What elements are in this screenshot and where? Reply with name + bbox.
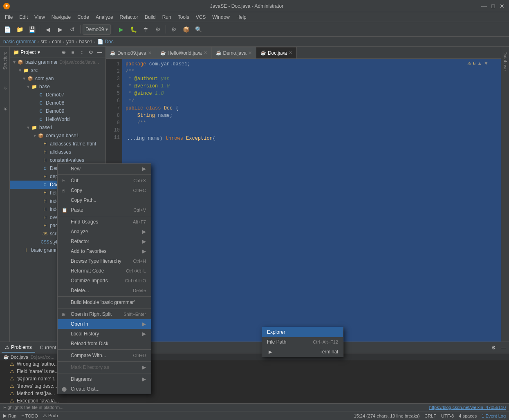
ctx-diagrams[interactable]: Diagrams ▶ xyxy=(58,374,151,384)
close-helloworld[interactable]: ✕ xyxy=(204,50,207,56)
forward-btn[interactable]: ▶ xyxy=(54,24,66,35)
tab-demo[interactable]: ☕ Demo.java ✕ xyxy=(212,47,256,58)
code-area[interactable]: package com.yan.base1; /** * @authout ya… xyxy=(122,59,501,342)
debug-btn[interactable]: 🐛 xyxy=(128,24,139,35)
tab-doc[interactable]: ☕ Doc.java ✕ xyxy=(256,47,297,58)
tab-demo09[interactable]: ☕ Demo09.java ✕ xyxy=(106,47,156,58)
search-everywhere-btn[interactable]: 🔍 xyxy=(193,24,204,35)
open-btn[interactable]: 📁 xyxy=(14,24,25,35)
close-doc[interactable]: ✕ xyxy=(289,50,292,56)
structure-vtab[interactable]: Structure xyxy=(2,48,8,73)
tree-allclasses[interactable]: H allclasses xyxy=(10,148,105,156)
menu-build[interactable]: Build xyxy=(141,13,159,21)
project-tab[interactable]: 📁 Project ▾ xyxy=(10,48,43,57)
scroll-down[interactable]: ▼ xyxy=(484,60,489,66)
tree-src[interactable]: ▾ 📁 src xyxy=(10,66,105,74)
breadcrumb-yan[interactable]: yan xyxy=(66,39,74,45)
scroll-up[interactable]: ▲ xyxy=(477,60,482,66)
locate-btn[interactable]: ⊕ xyxy=(60,48,68,56)
menu-analyze[interactable]: Analyze xyxy=(92,13,117,21)
tree-comyan[interactable]: ▾ 📦 com.yan xyxy=(10,74,105,83)
ctx-creategist[interactable]: ⬤ Create Gist... xyxy=(58,384,151,394)
sub-filepath[interactable]: File Path Ctrl+Alt+F12 xyxy=(262,337,343,347)
ctx-markdir[interactable]: Mark Directory as ▶ xyxy=(58,362,151,372)
ctx-copy[interactable]: ⎘ Copy Ctrl+C xyxy=(58,185,151,195)
ctx-reformat[interactable]: Reformat Code Ctrl+Alt+L xyxy=(58,266,151,276)
project-dropdown[interactable]: Demo09 ▾ xyxy=(83,24,111,35)
editor-content[interactable]: ⚠ 6 ▲ ▼ 12345 678910 11 package com.yan.… xyxy=(106,59,501,342)
ctx-reload[interactable]: Reload from Disk xyxy=(58,339,151,349)
menu-refactor[interactable]: Refactor xyxy=(117,13,141,21)
menu-edit[interactable]: Edit xyxy=(16,13,31,21)
ctx-imports[interactable]: Optimize Imports Ctrl+Alt+O xyxy=(58,276,151,286)
close-demo[interactable]: ✕ xyxy=(248,50,252,56)
problem-6[interactable]: ⚠ Exception 'java.la... xyxy=(0,397,509,403)
sub-explorer[interactable]: Explorer xyxy=(262,327,343,337)
tree-comyanbase1[interactable]: ▾ 📦 com.yan.base1 xyxy=(10,132,105,140)
ctx-cut[interactable]: ✂ Cut Ctrl+X xyxy=(58,176,151,185)
tree-constant[interactable]: H constant-values xyxy=(10,156,105,164)
ctx-localhistory[interactable]: Local History ▶ xyxy=(58,329,151,339)
menu-tools[interactable]: Tools xyxy=(175,13,193,21)
ctx-build[interactable]: Build Module 'basic grammar' xyxy=(58,297,151,307)
bookmarks-vtab[interactable]: ☆ xyxy=(1,82,8,94)
tree-root[interactable]: ▾ 📦 basic grammar D:/java/code/Java... xyxy=(10,58,105,66)
tree-allclasses-frame[interactable]: H allclasses-frame.html xyxy=(10,140,105,148)
ctx-copypath[interactable]: Copy Path... xyxy=(58,195,151,205)
breadcrumb-src[interactable]: src xyxy=(40,39,47,45)
tab-problems[interactable]: ⚠ Problems xyxy=(2,343,35,353)
event-log[interactable]: 1 Event Log xyxy=(482,413,506,418)
coverage-btn[interactable]: ☂ xyxy=(140,24,151,35)
maximize-button[interactable]: □ xyxy=(489,2,497,10)
ctx-delete[interactable]: Delete... Delete xyxy=(58,286,151,295)
database-vtab[interactable]: Database xyxy=(502,48,509,74)
ctx-paste[interactable]: 📋 Paste Ctrl+V xyxy=(58,205,151,215)
close-button[interactable]: ✕ xyxy=(498,2,506,10)
tree-demo09[interactable]: C Demo09 xyxy=(10,107,105,115)
ctx-favorites[interactable]: Add to Favorites ▶ xyxy=(58,246,151,256)
tree-demo08[interactable]: C Demo08 xyxy=(10,99,105,107)
blog-link[interactable]: https://blog.csdn.net/weixin_47056110 xyxy=(429,405,506,410)
sub-terminal[interactable]: ▶ Terminal xyxy=(262,347,343,357)
menu-view[interactable]: View xyxy=(31,13,48,21)
minimize-button[interactable]: — xyxy=(480,2,488,10)
breadcrumb-base1[interactable]: base1 xyxy=(79,39,92,45)
recent-btn[interactable]: ↺ xyxy=(67,24,78,35)
menu-file[interactable]: File xyxy=(2,13,16,21)
sdk-btn[interactable]: 📦 xyxy=(180,24,192,35)
ctx-new[interactable]: New ▶ xyxy=(58,164,151,174)
tree-demo07[interactable]: C Demo07 xyxy=(10,91,105,99)
ctx-analyze[interactable]: Analyze ▶ xyxy=(58,227,151,237)
menu-navigate[interactable]: Navigate xyxy=(48,13,74,21)
save-btn[interactable]: 💾 xyxy=(26,24,38,35)
bottom-gear[interactable]: ⚙ xyxy=(489,344,498,352)
new-file-btn[interactable]: 📄 xyxy=(2,24,13,35)
ctx-openright[interactable]: ⊞ Open in Right Split Shift+Enter xyxy=(58,309,151,319)
close-demo09[interactable]: ✕ xyxy=(148,50,152,56)
tree-helloworld[interactable]: C HelloWorld xyxy=(10,115,105,123)
collapse-btn[interactable]: ≡ xyxy=(69,48,77,56)
favorites-vtab[interactable]: ★ xyxy=(1,103,8,115)
ctx-hierarchy[interactable]: Browse Type Hierarchy Ctrl+H xyxy=(58,256,151,266)
bottom-hide[interactable]: — xyxy=(499,344,507,352)
tree-base[interactable]: ▾ 📁 base xyxy=(10,83,105,91)
hide-btn[interactable]: — xyxy=(96,48,104,56)
tab-helloworld[interactable]: ☕ HelloWorld.java ✕ xyxy=(156,47,212,58)
gear-btn[interactable]: ⚙ xyxy=(87,48,95,56)
menu-code[interactable]: Code xyxy=(74,13,92,21)
run-btn[interactable]: ▶ xyxy=(115,24,127,35)
breadcrumb-basic[interactable]: basic grammar xyxy=(3,39,36,45)
settings-btn[interactable]: ⚙ xyxy=(168,24,179,35)
build-btn[interactable]: ⚙ xyxy=(152,24,164,35)
ctx-refactor[interactable]: Refactor ▶ xyxy=(58,237,151,246)
back-btn[interactable]: ◀ xyxy=(42,24,54,35)
breadcrumb-doc[interactable]: 📄 Doc xyxy=(97,39,114,45)
ctx-findusages[interactable]: Find Usages Alt+F7 xyxy=(58,217,151,227)
tree-base1[interactable]: ▾ 📁 base1 xyxy=(10,123,105,132)
breadcrumb-com[interactable]: com xyxy=(52,39,61,45)
menu-vcs[interactable]: VCS xyxy=(193,13,209,21)
menu-help[interactable]: Help xyxy=(233,13,250,21)
menu-run[interactable]: Run xyxy=(159,13,175,21)
menu-window[interactable]: Window xyxy=(209,13,233,21)
ctx-compare[interactable]: Compare With... Ctrl+D xyxy=(58,351,151,360)
